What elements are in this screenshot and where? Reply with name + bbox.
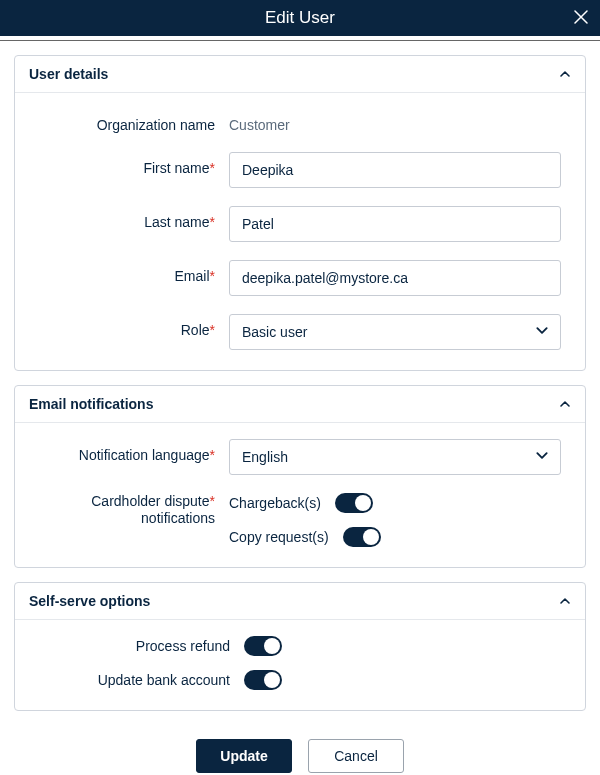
refund-label: Process refund (39, 638, 244, 654)
modal-header: Edit User (0, 0, 600, 36)
user-details-panel: User details Organization name Customer … (14, 55, 586, 371)
copy-request-toggle[interactable] (343, 527, 381, 547)
dispute-label: Cardholder dispute* notifications (39, 493, 229, 527)
self-serve-title: Self-serve options (29, 593, 150, 609)
org-value: Customer (229, 109, 561, 133)
chargeback-label: Chargeback(s) (229, 495, 321, 511)
language-label: Notification language* (39, 439, 229, 464)
footer: Update Cancel (0, 711, 600, 775)
chargeback-row: Chargeback(s) (229, 493, 561, 513)
last-name-label: Last name* (39, 206, 229, 231)
dispute-toggle-list: Chargeback(s) Copy request(s) (229, 493, 561, 547)
bank-label: Update bank account (39, 672, 244, 688)
role-label: Role* (39, 314, 229, 339)
email-notifications-body: Notification language* English Cardholde… (15, 423, 585, 567)
first-name-row: First name* (39, 152, 561, 188)
role-row: Role* Basic user (39, 314, 561, 350)
chargeback-toggle[interactable] (335, 493, 373, 513)
self-serve-body: Process refund Update bank account (15, 620, 585, 710)
user-details-header[interactable]: User details (15, 56, 585, 93)
first-name-label: First name* (39, 152, 229, 177)
bank-toggle[interactable] (244, 670, 282, 690)
chevron-up-icon (559, 68, 571, 80)
copy-request-label: Copy request(s) (229, 529, 329, 545)
refund-row: Process refund (39, 636, 561, 656)
email-label: Email* (39, 260, 229, 285)
email-notifications-title: Email notifications (29, 396, 153, 412)
user-details-body: Organization name Customer First name* L… (15, 93, 585, 370)
copy-request-row: Copy request(s) (229, 527, 561, 547)
last-name-input[interactable] (229, 206, 561, 242)
update-button[interactable]: Update (196, 739, 292, 773)
email-row: Email* (39, 260, 561, 296)
email-input[interactable] (229, 260, 561, 296)
org-label: Organization name (39, 109, 229, 134)
modal-title: Edit User (265, 8, 335, 28)
role-select[interactable]: Basic user (229, 314, 561, 350)
last-name-row: Last name* (39, 206, 561, 242)
header-divider (0, 40, 600, 41)
bank-row: Update bank account (39, 670, 561, 690)
refund-toggle[interactable] (244, 636, 282, 656)
email-notifications-header[interactable]: Email notifications (15, 386, 585, 423)
language-row: Notification language* English (39, 439, 561, 475)
user-details-title: User details (29, 66, 108, 82)
chevron-up-icon (559, 595, 571, 607)
close-icon[interactable] (574, 9, 588, 27)
dispute-row: Cardholder dispute* notifications Charge… (39, 493, 561, 547)
cancel-button[interactable]: Cancel (308, 739, 404, 773)
chevron-up-icon (559, 398, 571, 410)
first-name-input[interactable] (229, 152, 561, 188)
language-select[interactable]: English (229, 439, 561, 475)
self-serve-header[interactable]: Self-serve options (15, 583, 585, 620)
org-row: Organization name Customer (39, 109, 561, 134)
email-notifications-panel: Email notifications Notification languag… (14, 385, 586, 568)
self-serve-panel: Self-serve options Process refund Update… (14, 582, 586, 711)
